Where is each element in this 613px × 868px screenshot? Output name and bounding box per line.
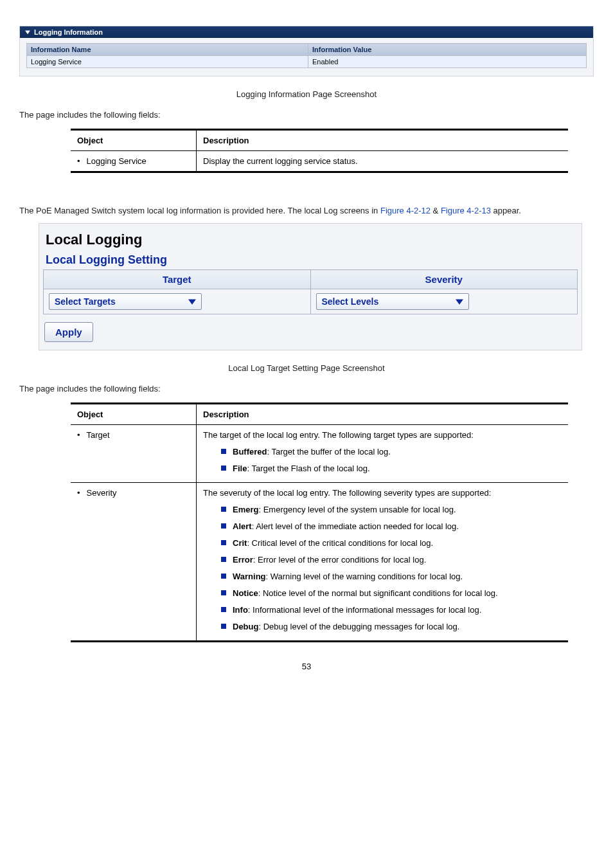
list-item: Notice: Notice level of the normal but s…: [221, 585, 562, 602]
col-info-name: Information Name: [27, 44, 308, 56]
lead-text-1: The page includes the following fields:: [19, 107, 594, 123]
page-number: 53: [19, 662, 594, 671]
list-item: Info: Informational level of the informa…: [221, 602, 562, 619]
target-type-list: Buffered: Target the buffer of the local…: [203, 444, 562, 477]
t1-desc-cell: Display the current logging service stat…: [197, 151, 569, 172]
severity-type-list: Emerg: Emergency level of the system uns…: [203, 502, 562, 635]
svg-marker-1: [188, 299, 196, 304]
t1-head-desc: Description: [197, 130, 569, 151]
fields-table-1: Object Description Logging Service Displ…: [71, 129, 568, 173]
svg-marker-2: [456, 299, 463, 304]
select-targets-label: Select Targets: [55, 296, 116, 307]
ll-col-severity: Severity: [310, 270, 578, 289]
t2-head-object: Object: [71, 404, 197, 425]
list-item: Error: Error level of the error conditio…: [221, 552, 562, 568]
select-levels-label: Select Levels: [322, 296, 379, 307]
select-levels-dropdown[interactable]: Select Levels: [316, 293, 469, 310]
svg-marker-0: [25, 31, 30, 35]
local-logging-panel: Local Logging Local Logging Setting Targ…: [39, 223, 582, 350]
info-row-value: Enabled: [308, 56, 587, 68]
select-targets-dropdown[interactable]: Select Targets: [49, 293, 202, 310]
chevron-down-icon: [188, 298, 196, 305]
caret-down-icon: [25, 30, 30, 35]
ll-cell-severity: Select Levels: [310, 289, 578, 314]
logging-info-panel: Logging Information Information Name Inf…: [19, 26, 594, 77]
t2-severity-label: Severity: [77, 488, 117, 498]
col-info-value: Information Value: [308, 44, 587, 56]
local-logging-table: Target Severity Select Targets Select Le…: [43, 269, 578, 314]
logging-info-table: Information Name Information Value Loggi…: [26, 43, 587, 68]
fields-table-2: Object Description Target The target of …: [71, 402, 568, 642]
logging-info-title: Logging Information: [34, 28, 103, 36]
link-fig-4-2-12[interactable]: Figure 4-2-12: [380, 206, 431, 215]
chevron-down-icon: [456, 298, 463, 305]
t1-obj-label: Logging Service: [77, 156, 147, 166]
lead-text-2: The page includes the following fields:: [19, 381, 594, 397]
info-row: Logging Service Enabled: [27, 56, 587, 68]
t2-target-desc: The target of the local log entry. The f…: [197, 425, 569, 483]
local-logging-subheading: Local Logging Setting: [46, 253, 575, 267]
list-item: Buffered: Target the buffer of the local…: [221, 444, 562, 460]
list-item: Emerg: Emergency level of the system uns…: [221, 502, 562, 518]
caption-logging-info: Logging Information Page Screenshot: [19, 89, 594, 99]
t2-target-obj: Target: [71, 425, 197, 483]
list-item: Warning: Warning level of the warning co…: [221, 568, 562, 585]
list-item: Alert: Alert level of the immediate acti…: [221, 518, 562, 535]
t2-target-label: Target: [77, 430, 110, 440]
ll-col-target: Target: [44, 270, 311, 289]
t1-obj-cell: Logging Service: [71, 151, 197, 172]
local-log-intro: The PoE Managed Switch system local log …: [19, 203, 594, 219]
list-item: Crit: Critical level of the critical con…: [221, 535, 562, 552]
link-fig-4-2-13[interactable]: Figure 4-2-13: [441, 206, 491, 215]
list-item: Debug: Debug level of the debugging mess…: [221, 619, 562, 635]
t2-head-desc: Description: [197, 404, 569, 425]
caption-local-log: Local Log Target Setting Page Screenshot: [19, 363, 594, 373]
list-item: File: Target the Flash of the local log.: [221, 460, 562, 477]
ll-cell-target: Select Targets: [44, 289, 311, 314]
t1-head-object: Object: [71, 130, 197, 151]
apply-button[interactable]: Apply: [44, 322, 93, 342]
info-row-name: Logging Service: [27, 56, 308, 68]
logging-info-titlebar[interactable]: Logging Information: [20, 26, 593, 38]
local-logging-heading: Local Logging: [46, 231, 575, 248]
t2-severity-obj: Severity: [71, 483, 197, 642]
t2-severity-desc: The severuty of the local log entry. The…: [197, 483, 569, 642]
